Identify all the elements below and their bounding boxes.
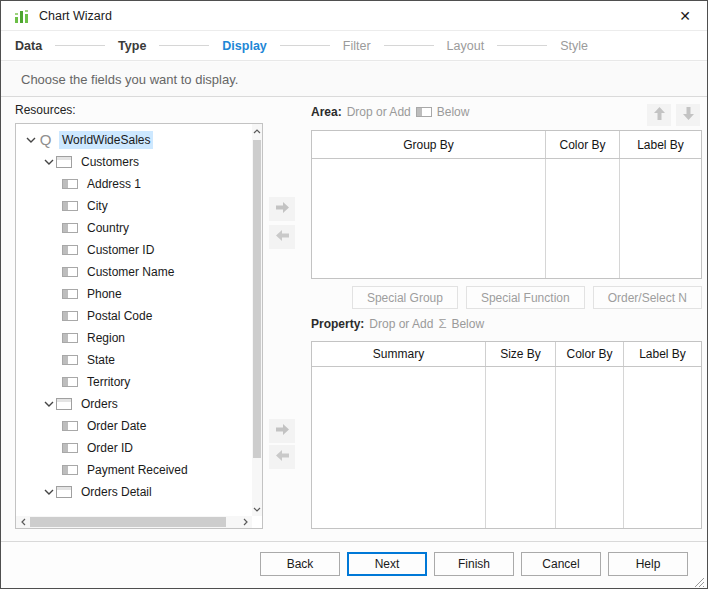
left-arrow-icon: [275, 448, 290, 466]
scroll-left-icon[interactable]: [16, 516, 30, 528]
scroll-up-icon[interactable]: [252, 124, 262, 138]
area-special-buttons: Special GroupSpecial FunctionOrder/Selec…: [311, 286, 702, 309]
step-filter[interactable]: Filter: [343, 39, 371, 53]
step-connector: [55, 45, 105, 46]
move-up-button[interactable]: [647, 104, 671, 126]
step-connector: [280, 45, 330, 46]
tree-item-label: Payment Received: [84, 461, 191, 479]
area-body-column: [620, 159, 701, 278]
tree-item-phone[interactable]: Phone: [16, 283, 252, 305]
tree-item-label: Customer ID: [84, 241, 157, 259]
property-column-label-by: Label By: [624, 342, 701, 366]
step-data[interactable]: Data: [15, 39, 42, 53]
chevron-down-icon[interactable]: [42, 489, 56, 495]
vertical-scrollbar[interactable]: [252, 124, 262, 516]
step-connector: [384, 45, 434, 46]
tree-item-label: State: [84, 351, 118, 369]
field-icon: [62, 223, 78, 233]
property-section-label: Property: Drop or Add Σ Below: [311, 316, 484, 331]
area-body-column: [312, 159, 546, 278]
window-title: Chart Wizard: [39, 9, 112, 23]
property-body-column: [624, 367, 701, 528]
next-button[interactable]: Next: [347, 552, 427, 576]
sigma-icon: Σ: [438, 316, 446, 331]
remove-from-area-button[interactable]: [269, 225, 295, 249]
tree-item-customer-name[interactable]: Customer Name: [16, 261, 252, 283]
tree-item-customers[interactable]: Customers: [16, 151, 252, 173]
wizard-content: Resources: QWorldWideSalesCustomersAddre…: [1, 97, 707, 541]
tree-item-label: Order ID: [84, 439, 136, 457]
tree-item-country[interactable]: Country: [16, 217, 252, 239]
step-layout[interactable]: Layout: [447, 39, 485, 53]
down-arrow-icon: [682, 106, 695, 125]
resize-grip[interactable]: [693, 574, 705, 586]
add-to-area-button[interactable]: [269, 197, 295, 221]
tree-item-label: Phone: [84, 285, 125, 303]
area-label: Area:: [311, 105, 342, 119]
area-column-color-by: Color By: [546, 131, 620, 158]
horizontal-scrollbar[interactable]: [16, 516, 252, 528]
tree-item-label: Customers: [78, 153, 142, 171]
back-button[interactable]: Back: [260, 552, 340, 576]
tree-item-worldwidesales[interactable]: QWorldWideSales: [16, 129, 252, 151]
title-bar: Chart Wizard ✕: [1, 1, 707, 31]
order-select-n-button[interactable]: Order/Select N: [593, 286, 702, 309]
area-column-group-by: Group By: [312, 131, 546, 158]
chevron-down-icon[interactable]: [42, 159, 56, 165]
move-down-button[interactable]: [676, 104, 700, 126]
tree-item-state[interactable]: State: [16, 349, 252, 371]
add-to-property-button[interactable]: [269, 419, 295, 443]
right-arrow-icon: [275, 422, 290, 440]
step-connector: [497, 45, 547, 46]
chart-bars-icon: [14, 8, 30, 24]
step-display[interactable]: Display: [222, 39, 266, 53]
remove-from-property-button[interactable]: [269, 445, 295, 469]
area-table: Group ByColor ByLabel By: [311, 130, 702, 279]
table-icon: [56, 156, 72, 168]
special-function-button[interactable]: Special Function: [466, 286, 585, 309]
field-icon: [62, 333, 78, 343]
tree-item-orders-detail[interactable]: Orders Detail: [16, 481, 252, 503]
special-group-button[interactable]: Special Group: [352, 286, 458, 309]
scroll-right-icon[interactable]: [238, 516, 252, 528]
tree-item-label: Customer Name: [84, 263, 177, 281]
vertical-scroll-thumb[interactable]: [253, 140, 261, 458]
scroll-down-icon[interactable]: [252, 502, 262, 516]
step-type[interactable]: Type: [118, 39, 146, 53]
area-drop-zone[interactable]: [312, 159, 701, 278]
tree-item-order-id[interactable]: Order ID: [16, 437, 252, 459]
chevron-down-icon[interactable]: [24, 137, 38, 143]
tree-item-region[interactable]: Region: [16, 327, 252, 349]
tree-item-territory[interactable]: Territory: [16, 371, 252, 393]
tree-item-label: Order Date: [84, 417, 149, 435]
tree-item-customer-id[interactable]: Customer ID: [16, 239, 252, 261]
help-button[interactable]: Help: [608, 552, 688, 576]
cancel-button[interactable]: Cancel: [521, 552, 601, 576]
field-icon: [62, 421, 78, 431]
chevron-down-icon[interactable]: [42, 401, 56, 407]
area-column-label-by: Label By: [620, 131, 701, 158]
property-label: Property:: [311, 317, 364, 331]
resources-label: Resources:: [15, 103, 76, 117]
field-icon: [62, 311, 78, 321]
property-body-column: [556, 367, 624, 528]
close-icon[interactable]: ✕: [673, 5, 697, 27]
tree-item-orders[interactable]: Orders: [16, 393, 252, 415]
tree-item-payment-received[interactable]: Payment Received: [16, 459, 252, 481]
right-arrow-icon: [275, 200, 290, 218]
property-body-column: [486, 367, 556, 528]
tree-item-city[interactable]: City: [16, 195, 252, 217]
tree-item-postal-code[interactable]: Postal Code: [16, 305, 252, 327]
step-style[interactable]: Style: [560, 39, 588, 53]
tree-item-label: Territory: [84, 373, 133, 391]
field-icon: [62, 377, 78, 387]
field-icon: [62, 201, 78, 211]
tree-item-order-date[interactable]: Order Date: [16, 415, 252, 437]
finish-button[interactable]: Finish: [434, 552, 514, 576]
tree-item-label: WorldWideSales: [59, 131, 153, 149]
property-drop-zone[interactable]: [312, 367, 701, 528]
wizard-steps: DataTypeDisplayFilterLayoutStyle: [1, 31, 707, 61]
tree-item-label: Country: [84, 219, 132, 237]
horizontal-scroll-thumb[interactable]: [30, 517, 226, 527]
tree-item-address-1[interactable]: Address 1: [16, 173, 252, 195]
